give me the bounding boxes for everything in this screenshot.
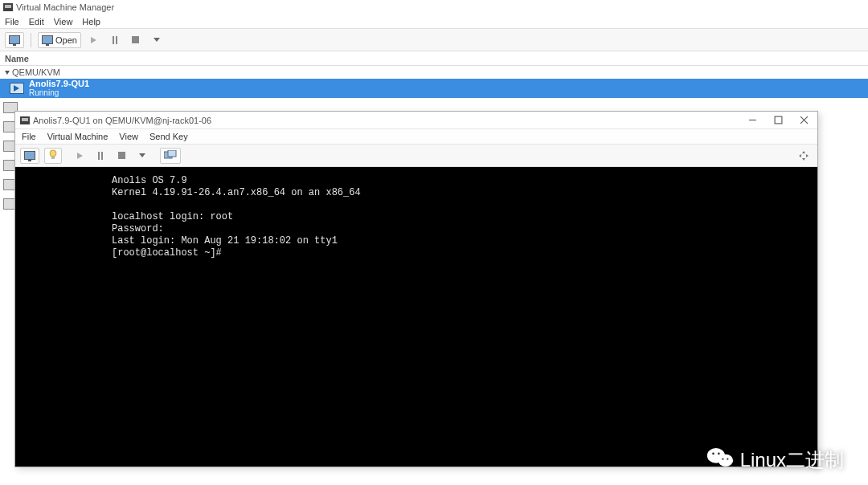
run-button[interactable]: [86, 32, 102, 48]
pause-button[interactable]: [92, 148, 108, 164]
console-title: Anolis7.9-QU1 on QEMU/KVM@nj-rack01-06: [33, 116, 211, 125]
window-title: Virtual Machine Manager: [16, 2, 114, 12]
svg-point-11: [718, 453, 720, 455]
shutdown-menu-button[interactable]: [149, 32, 165, 48]
monitor-icon: [9, 35, 20, 44]
menu-view[interactable]: View: [119, 132, 138, 141]
vm-state: Running: [29, 88, 89, 97]
shutdown-menu-button[interactable]: [134, 148, 150, 164]
new-vm-button[interactable]: [5, 32, 24, 48]
shutdown-button[interactable]: [113, 148, 129, 164]
menu-edit[interactable]: Edit: [29, 17, 44, 26]
snapshot-icon: [164, 150, 177, 161]
chevron-down-icon: [154, 38, 160, 42]
stop-icon: [118, 152, 125, 159]
menu-send-key[interactable]: Send Key: [149, 132, 188, 141]
column-header-name[interactable]: Name: [0, 51, 868, 66]
snapshots-button[interactable]: [160, 148, 181, 164]
stop-icon: [132, 36, 139, 43]
svg-rect-1: [775, 116, 782, 124]
monitor-icon: [24, 151, 35, 160]
details-view-button[interactable]: [44, 148, 62, 164]
expand-arrow-icon: [5, 71, 10, 75]
menu-file[interactable]: File: [22, 132, 36, 141]
vm-terminal[interactable]: Anolis OS 7.9 Kernel 4.19.91-26.4.an7.x8…: [15, 167, 817, 467]
shutdown-button[interactable]: [128, 32, 144, 48]
close-button[interactable]: [798, 115, 809, 126]
svg-point-12: [722, 459, 723, 460]
console-title-bar[interactable]: Anolis7.9-QU1 on QEMU/KVM@nj-rack01-06: [15, 112, 817, 129]
vm-name: Anolis7.9-QU1: [29, 79, 89, 88]
maximize-button[interactable]: [772, 115, 784, 126]
vm-status-icon: [10, 83, 24, 94]
open-console-button[interactable]: Open: [38, 32, 81, 48]
fullscreen-button[interactable]: [795, 148, 813, 164]
pause-icon: [113, 36, 117, 44]
console-menubar: File Virtual Machine View Send Key: [15, 129, 817, 145]
menu-view[interactable]: View: [54, 17, 73, 26]
fullscreen-icon: [798, 150, 809, 161]
play-icon: [77, 153, 83, 159]
app-logo-icon: [3, 3, 13, 11]
connection-label: QEMU/KVM: [12, 67, 60, 77]
open-button-label: Open: [55, 35, 77, 45]
chevron-down-icon: [139, 153, 145, 157]
minimize-button[interactable]: [747, 115, 758, 126]
main-toolbar: Open: [0, 29, 868, 51]
svg-point-4: [50, 150, 56, 157]
svg-point-10: [712, 453, 714, 455]
app-logo-icon: [20, 116, 30, 124]
menu-file[interactable]: File: [5, 17, 19, 26]
main-menubar: File Edit View Help: [0, 14, 868, 29]
play-icon: [91, 37, 96, 43]
console-view-button[interactable]: [20, 148, 39, 164]
menu-virtual-machine[interactable]: Virtual Machine: [47, 132, 108, 141]
svg-rect-5: [51, 157, 55, 159]
vm-row-selected[interactable]: Anolis7.9-QU1 Running: [0, 79, 868, 98]
wechat-icon: [706, 446, 734, 474]
vm-console-window: Anolis7.9-QU1 on QEMU/KVM@nj-rack01-06 F…: [14, 111, 818, 467]
watermark-text: Linux二进制: [740, 447, 844, 473]
toolbar-separator: [31, 33, 31, 47]
bulb-icon: [48, 149, 58, 162]
connection-group[interactable]: QEMU/KVM: [0, 66, 868, 79]
svg-rect-7: [168, 150, 176, 157]
watermark: Linux二进制: [706, 446, 844, 474]
pause-icon: [98, 152, 103, 160]
pause-button[interactable]: [107, 32, 123, 48]
monitor-icon: [42, 35, 53, 44]
menu-help[interactable]: Help: [82, 17, 100, 26]
svg-point-13: [727, 459, 728, 460]
console-toolbar: [15, 145, 817, 167]
run-button[interactable]: [72, 148, 88, 164]
window-title-bar: Virtual Machine Manager: [0, 0, 868, 14]
svg-point-9: [718, 454, 733, 467]
